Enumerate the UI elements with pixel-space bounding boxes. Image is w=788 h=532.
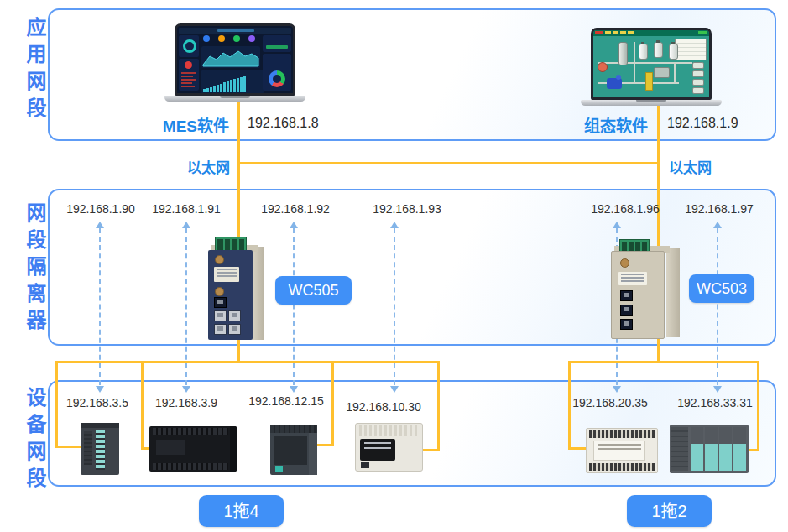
plc-ip-4: 192.168.10.30 — [337, 400, 430, 414]
bus-stub-1 — [55, 446, 84, 448]
scada-pump — [607, 78, 622, 89]
plc-ip-3: 192.168.12.15 — [240, 394, 332, 408]
bus-stub-3 — [315, 444, 334, 446]
plc-s7300-rack-icon — [670, 425, 749, 473]
mes-donut-panel — [263, 54, 291, 91]
ethernet-line-horizontal — [237, 162, 660, 164]
ethernet-label-left: 以太网 — [171, 156, 230, 177]
ethernet-label-right: 以太网 — [669, 156, 728, 177]
laptop-scada — [581, 28, 722, 106]
scada-yellow-column — [645, 72, 653, 91]
gateway-wc503-image — [611, 239, 680, 337]
plc-s7200-icon — [149, 426, 237, 472]
bus-drop-4 — [437, 361, 440, 451]
ratio-badge-left: 1拖4 — [199, 495, 284, 527]
laptop-mes — [164, 23, 305, 102]
scada-tank-3 — [669, 44, 678, 60]
wc503-ip-1: 192.168.1.96 — [579, 202, 671, 216]
section-label-device: 设备网段 — [20, 387, 50, 494]
wc503-ip-2: 192.168.1.97 — [673, 202, 765, 216]
mes-alert-list — [179, 59, 199, 91]
scada-mini-tank-1 — [692, 62, 704, 69]
bus-line-left — [55, 361, 440, 363]
gateway-wc505-image — [208, 237, 264, 340]
scada-trend-panel — [675, 39, 707, 60]
wc503-model-badge: WC503 — [689, 274, 754, 303]
mes-gauge-widget — [179, 35, 199, 57]
plc-ip-6: 192.168.33.31 — [669, 396, 761, 409]
host-ip-mes: 192.168.1.8 — [248, 116, 319, 131]
wc505-ip-4: 192.168.1.93 — [361, 202, 453, 216]
ratio-badge-right: 1拖2 — [627, 495, 712, 527]
scada-tank-1 — [639, 44, 648, 60]
scada-toolbar — [593, 30, 709, 36]
wc505-ip-2: 192.168.1.91 — [140, 202, 232, 216]
plc-ip-1: 192.168.3.5 — [51, 396, 144, 409]
host-ip-scada: 192.168.1.9 — [667, 116, 738, 131]
host-name-mes: MES软件 — [154, 113, 229, 136]
plc-ip-2: 192.168.3.9 — [140, 396, 232, 409]
mes-kpi-row — [201, 35, 262, 44]
scada-mini-tank-4 — [692, 87, 704, 94]
mes-donut-chart — [269, 70, 285, 87]
plc-ip-5: 192.168.20.35 — [564, 396, 656, 409]
wc505-ip-1: 192.168.1.90 — [55, 202, 147, 216]
scada-tank-2 — [654, 42, 663, 58]
scada-column — [618, 42, 628, 65]
plc-m221-icon — [270, 425, 317, 475]
section-label-isolator: 网段隔离器 — [20, 202, 50, 336]
mes-area-chart — [201, 46, 260, 68]
scada-mini-tank-2 — [692, 70, 704, 77]
mes-bar-chart — [201, 70, 264, 94]
scada-valve — [598, 62, 608, 72]
scada-vessel — [654, 67, 670, 78]
wc505-model-badge: WC505 — [275, 276, 352, 305]
mes-dashboard-screen — [175, 23, 295, 96]
mes-status-panel — [263, 35, 291, 52]
section-label-app: 应用网段 — [20, 17, 50, 124]
plc-s7300-module-icon — [81, 423, 119, 475]
scada-mini-tank-3 — [692, 79, 704, 86]
wc505-ip-3: 192.168.1.92 — [249, 202, 342, 216]
network-topology-diagram: 应用网段 网段隔离器 设备网段 — [0, 0, 788, 532]
plc-delta-dvp-icon — [586, 428, 658, 473]
bus-line-right — [568, 361, 759, 363]
plc-fx3u-icon — [355, 423, 423, 472]
laptop-mes-base — [164, 96, 305, 102]
host-name-scada: 组态软件 — [572, 113, 648, 136]
scada-hmi-screen — [591, 28, 712, 100]
laptop-scada-base — [581, 100, 722, 106]
